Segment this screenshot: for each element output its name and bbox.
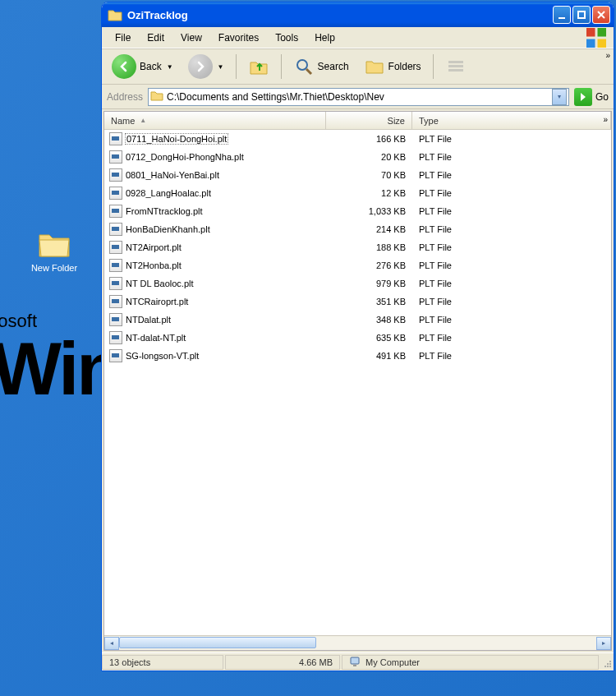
close-button[interactable] <box>592 6 610 24</box>
file-rows: » 0711_HaNoi-DongHoi.plt166 KBPLT File07… <box>104 130 611 635</box>
maximize-button[interactable] <box>572 6 591 24</box>
file-icon <box>109 277 122 290</box>
file-row[interactable]: HonBaDienKhanh.plt214 KBPLT File <box>104 220 611 238</box>
minimize-button[interactable] <box>553 6 571 24</box>
file-row[interactable]: 0712_DongHoi-PhongNha.plt20 KBPLT File <box>104 148 611 166</box>
address-input[interactable]: C:\Documents and Settings\Mr.Thiet\Deskt… <box>148 88 569 106</box>
file-row[interactable]: NT DL Baoloc.plt979 KBPLT File <box>104 274 611 293</box>
toolbar: Back ▼ ▼ Search <box>102 48 614 85</box>
menu-edit[interactable]: Edit <box>139 30 172 46</box>
file-list: Name ▲ Size Type » 0711_HaNoi-DongHoi.pl… <box>103 111 612 651</box>
svg-rect-10 <box>351 657 359 664</box>
file-icon <box>109 187 122 200</box>
file-icon <box>109 132 122 145</box>
forward-button[interactable]: ▼ <box>183 51 229 82</box>
file-size: 166 KB <box>326 134 412 144</box>
svg-rect-4 <box>586 39 595 48</box>
menu-help[interactable]: Help <box>306 30 343 46</box>
column-header-name[interactable]: Name ▲ <box>104 112 326 129</box>
desktop-icon-new-folder[interactable]: New Folder <box>21 230 87 273</box>
toolbar-overflow-icon[interactable]: » <box>605 51 610 60</box>
menu-file[interactable]: File <box>107 30 139 46</box>
up-button[interactable] <box>243 53 274 81</box>
file-size: 276 KB <box>326 260 412 270</box>
file-icon <box>109 241 122 254</box>
file-size: 12 KB <box>326 188 412 198</box>
titlebar-folder-icon <box>108 8 122 21</box>
menu-tools[interactable]: Tools <box>267 30 306 46</box>
chevron-down-icon: ▼ <box>218 63 224 71</box>
toolbar-separator <box>236 54 237 79</box>
address-dropdown-button[interactable]: ▾ <box>552 89 567 105</box>
address-path: C:\Documents and Settings\Mr.Thiet\Deskt… <box>167 91 549 103</box>
status-location-label: My Computer <box>365 657 420 667</box>
views-button[interactable] <box>440 53 471 81</box>
scroll-thumb[interactable] <box>119 637 316 648</box>
desktop-icon-label: New Folder <box>21 263 87 273</box>
file-row[interactable]: 0801_HaNoi-YenBai.plt70 KBPLT File <box>104 166 611 184</box>
scroll-track[interactable] <box>119 637 596 650</box>
svg-rect-3 <box>598 28 607 37</box>
file-size: 214 KB <box>326 224 412 234</box>
scroll-right-button[interactable]: ▸ <box>596 637 611 650</box>
file-size: 351 KB <box>326 297 412 307</box>
folder-icon <box>38 230 71 258</box>
address-bar: Address C:\Documents and Settings\Mr.Thi… <box>102 85 614 109</box>
file-name-cell: NT-dalat-NT.plt <box>104 331 326 344</box>
column-header-size[interactable]: Size <box>326 112 412 129</box>
file-row[interactable]: 0711_HaNoi-DongHoi.plt166 KBPLT File <box>104 130 611 148</box>
file-size: 348 KB <box>326 315 412 325</box>
file-row[interactable]: NTCRairoprt.plt351 KBPLT File <box>104 293 611 311</box>
folders-icon <box>364 56 385 77</box>
file-name: 0711_HaNoi-DongHoi.plt <box>126 134 228 144</box>
toolbar-separator <box>433 54 434 79</box>
go-arrow-icon <box>574 88 592 106</box>
svg-point-15 <box>605 666 606 667</box>
file-type: PLT File <box>412 315 611 325</box>
file-name-cell: NT DL Baoloc.plt <box>104 277 326 290</box>
file-type: PLT File <box>412 242 611 252</box>
file-row[interactable]: NTDalat.plt348 KBPLT File <box>104 311 611 329</box>
file-name-cell: HonBaDienKhanh.plt <box>104 223 326 236</box>
back-button[interactable]: Back ▼ <box>107 51 178 82</box>
go-button[interactable]: Go <box>574 88 609 106</box>
column-header-type[interactable]: Type <box>412 112 611 129</box>
scroll-left-button[interactable]: ◂ <box>104 637 119 650</box>
file-row[interactable]: FromNTtracklog.plt1,033 KBPLT File <box>104 202 611 220</box>
column-headers: Name ▲ Size Type <box>104 112 611 130</box>
file-row[interactable]: NT-dalat-NT.plt635 KBPLT File <box>104 329 611 347</box>
search-button[interactable]: Search <box>288 53 354 81</box>
up-folder-icon <box>248 56 269 77</box>
status-location: My Computer <box>342 655 599 670</box>
column-type-label: Type <box>419 116 439 126</box>
file-row[interactable]: NT2Airport.plt188 KBPLT File <box>104 238 611 256</box>
resize-grip[interactable] <box>600 655 614 670</box>
menu-bar: File Edit View Favorites Tools Help <box>102 27 614 48</box>
file-name: FromNTtracklog.plt <box>126 206 203 216</box>
search-label: Search <box>318 61 349 72</box>
folders-button[interactable]: Folders <box>359 53 426 81</box>
svg-rect-11 <box>353 665 356 666</box>
file-type: PLT File <box>412 224 611 234</box>
chevron-down-icon: ▼ <box>167 63 173 71</box>
svg-rect-2 <box>586 28 595 37</box>
horizontal-scrollbar[interactable]: ◂ ▸ <box>104 635 611 650</box>
file-name-cell: NT2Airport.plt <box>104 241 326 254</box>
title-bar[interactable]: OziTracklog <box>102 2 614 27</box>
file-name-cell: 0928_LangHoalac.plt <box>104 187 326 200</box>
file-size: 20 KB <box>326 152 412 162</box>
file-row[interactable]: NT2Honba.plt276 KBPLT File <box>104 256 611 274</box>
svg-point-6 <box>297 60 307 70</box>
menu-favorites[interactable]: Favorites <box>210 30 267 46</box>
windows-flag-icon <box>584 29 609 47</box>
forward-arrow-icon <box>188 54 213 79</box>
file-row[interactable]: SG-longson-VT.plt491 KBPLT File <box>104 347 611 365</box>
back-arrow-icon <box>112 54 136 79</box>
menu-view[interactable]: View <box>172 30 210 46</box>
file-row[interactable]: 0928_LangHoalac.plt12 KBPLT File <box>104 184 611 202</box>
file-size: 635 KB <box>326 333 412 343</box>
status-bar: 13 objects 4.66 MB My Computer <box>102 652 614 671</box>
svg-point-13 <box>607 666 609 667</box>
file-type: PLT File <box>412 351 611 361</box>
file-type: PLT File <box>412 206 611 216</box>
